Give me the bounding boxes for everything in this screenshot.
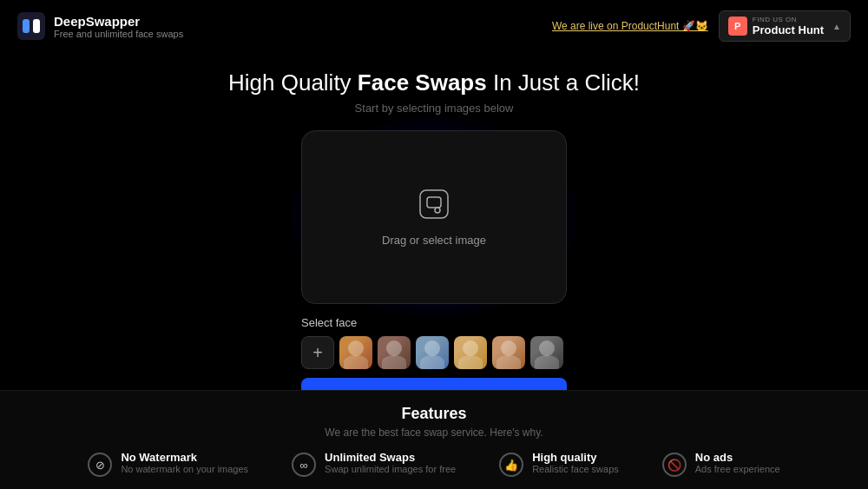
hero-title-start: High Quality bbox=[228, 69, 358, 96]
face-thumbnail-2[interactable] bbox=[378, 336, 411, 369]
feature-unlimited-swaps: ∞ Unlimited Swaps Swap unlimited images … bbox=[292, 451, 456, 477]
logo-area: DeepSwapper Free and unlimited face swap… bbox=[17, 12, 183, 40]
face-thumbnail-4[interactable] bbox=[454, 336, 487, 369]
hero-title: High Quality Face Swaps In Just a Click! bbox=[228, 69, 640, 96]
features-section: Features We are the best face swap servi… bbox=[0, 390, 868, 489]
svg-rect-2 bbox=[33, 19, 40, 33]
svg-point-5 bbox=[435, 208, 440, 213]
header: DeepSwapper Free and unlimited face swap… bbox=[0, 0, 868, 52]
ph-badge-top: FIND US ON bbox=[753, 16, 824, 23]
face-thumbnail-6[interactable] bbox=[530, 336, 563, 369]
logo-name: DeepSwapper bbox=[54, 14, 183, 29]
feature-unlimited-name: Unlimited Swaps bbox=[325, 451, 456, 464]
feature-high-quality-desc: Realistic face swaps bbox=[532, 464, 619, 474]
features-subtitle: We are the best face swap service. Here'… bbox=[17, 426, 851, 439]
feature-no-watermark-name: No Watermark bbox=[121, 451, 248, 464]
features-title: Features bbox=[17, 405, 851, 423]
feature-no-ads-desc: Ads free experience bbox=[695, 464, 780, 474]
hero-title-end: In Just a Click! bbox=[487, 69, 640, 96]
main-content: High Quality Face Swaps In Just a Click!… bbox=[0, 52, 868, 411]
feature-high-quality-text: High quality Realistic face swaps bbox=[532, 451, 619, 474]
svg-rect-3 bbox=[420, 190, 448, 218]
feature-unlimited-text: Unlimited Swaps Swap unlimited images fo… bbox=[325, 451, 456, 474]
face-row: + bbox=[301, 336, 567, 369]
feature-no-ads-name: No ads bbox=[695, 451, 780, 464]
product-hunt-link[interactable]: We are live on ProductHunt 🚀🐱 bbox=[552, 20, 708, 32]
ph-badge-arrow: ▲ bbox=[832, 22, 841, 31]
dropzone-text: Drag or select image bbox=[382, 234, 486, 247]
logo-tagline: Free and unlimited face swaps bbox=[54, 29, 183, 39]
dropzone-wrapper: Drag or select image bbox=[301, 130, 567, 304]
svg-rect-4 bbox=[427, 197, 441, 208]
ph-badge-name: Product Hunt bbox=[753, 23, 824, 36]
upload-icon bbox=[418, 188, 450, 227]
svg-rect-0 bbox=[17, 12, 45, 40]
product-hunt-badge[interactable]: P FIND US ON Product Hunt ▲ bbox=[719, 10, 851, 42]
feature-unlimited-desc: Swap unlimited images for free bbox=[325, 464, 456, 474]
logo-text-block: DeepSwapper Free and unlimited face swap… bbox=[54, 14, 183, 39]
high-quality-icon: 👍 bbox=[499, 453, 523, 477]
feature-no-watermark-text: No Watermark No watermark on your images bbox=[121, 451, 248, 474]
svg-rect-1 bbox=[23, 19, 30, 33]
dropzone[interactable]: Drag or select image bbox=[301, 130, 567, 304]
feature-high-quality: 👍 High quality Realistic face swaps bbox=[499, 451, 619, 477]
logo-icon bbox=[17, 12, 45, 40]
face-thumbnail-5[interactable] bbox=[492, 336, 525, 369]
product-hunt-badge-text: FIND US ON Product Hunt bbox=[753, 16, 824, 36]
feature-no-ads: 🚫 No ads Ads free experience bbox=[662, 451, 780, 477]
no-watermark-icon: ⊘ bbox=[88, 453, 112, 477]
header-right: We are live on ProductHunt 🚀🐱 P FIND US … bbox=[552, 10, 851, 42]
face-thumbnail-3[interactable] bbox=[416, 336, 449, 369]
face-thumbnail-1[interactable] bbox=[339, 336, 372, 369]
select-face-section: Select face + bbox=[301, 316, 567, 369]
hero-subtitle: Start by selecting images below bbox=[355, 102, 514, 115]
add-face-button[interactable]: + bbox=[301, 336, 334, 369]
select-face-label: Select face bbox=[301, 316, 567, 329]
feature-no-ads-text: No ads Ads free experience bbox=[695, 451, 780, 474]
feature-no-watermark-desc: No watermark on your images bbox=[121, 464, 248, 474]
features-grid: ⊘ No Watermark No watermark on your imag… bbox=[17, 451, 851, 477]
hero-title-bold: Face Swaps bbox=[358, 69, 487, 96]
add-icon: + bbox=[312, 343, 323, 363]
unlimited-icon: ∞ bbox=[292, 453, 316, 477]
feature-high-quality-name: High quality bbox=[532, 451, 619, 464]
feature-no-watermark: ⊘ No Watermark No watermark on your imag… bbox=[88, 451, 248, 477]
product-hunt-logo: P bbox=[728, 17, 747, 36]
no-ads-icon: 🚫 bbox=[662, 453, 687, 477]
